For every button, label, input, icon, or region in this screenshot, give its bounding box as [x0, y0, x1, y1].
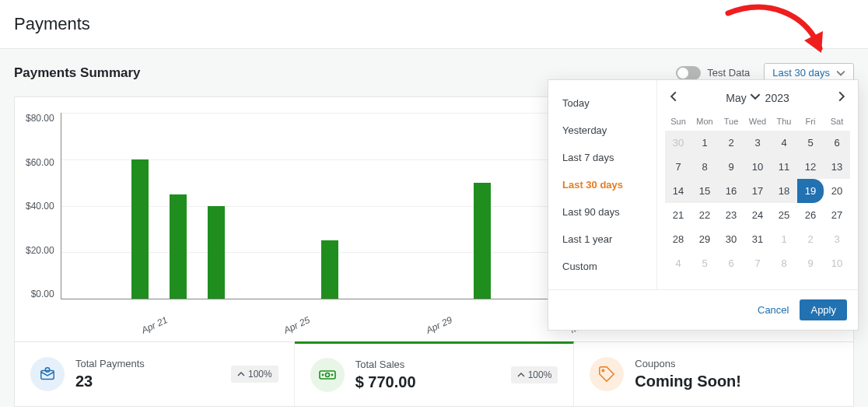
calendar-day[interactable]: 30 — [718, 227, 744, 251]
calendar-weekday: Thu — [771, 112, 797, 131]
calendar-day[interactable]: 20 — [824, 179, 850, 203]
preset-option[interactable]: Today — [548, 89, 656, 117]
calendar-day[interactable]: 4 — [665, 251, 691, 275]
bar-slot — [123, 113, 158, 299]
calendar-day[interactable]: 22 — [691, 203, 718, 227]
calendar-day[interactable]: 27 — [824, 203, 850, 227]
calendar-weekday: Mon — [691, 112, 718, 131]
stat-total-sales[interactable]: Total Sales $ 770.00 100% — [295, 341, 575, 406]
bar-slot — [464, 113, 499, 299]
calendar-day[interactable]: 2 — [797, 227, 824, 251]
bar-slot — [389, 113, 424, 299]
preset-option[interactable]: Last 7 days — [548, 144, 656, 171]
chevron-down-icon — [750, 91, 761, 102]
calendar-day[interactable]: 21 — [665, 203, 691, 227]
calendar-day[interactable]: 9 — [718, 155, 744, 179]
calendar-day[interactable]: 23 — [718, 203, 744, 227]
calendar-day[interactable]: 5 — [797, 131, 824, 155]
calendar-day[interactable]: 26 — [797, 203, 824, 227]
calendar-day[interactable]: 13 — [824, 155, 850, 179]
cancel-button[interactable]: Cancel — [758, 304, 789, 316]
calendar-day[interactable]: 3 — [744, 131, 771, 155]
stat-label: Total Sales — [355, 359, 416, 370]
calendar-day[interactable]: 30 — [665, 131, 691, 155]
y-tick: $40.00 — [26, 201, 54, 212]
svg-point-4 — [322, 374, 323, 375]
date-range-popover: TodayYesterdayLast 7 daysLast 30 daysLas… — [548, 79, 859, 331]
test-data-toggle[interactable] — [676, 66, 701, 80]
preset-option[interactable]: Last 30 days — [548, 171, 656, 198]
bar[interactable] — [208, 206, 225, 299]
bar[interactable] — [321, 240, 338, 299]
preset-option[interactable]: Last 90 days — [548, 198, 656, 226]
calendar-year[interactable]: 2023 — [765, 92, 789, 104]
bar[interactable] — [474, 183, 491, 299]
calendar-day[interactable]: 12 — [797, 155, 824, 179]
calendar-day[interactable]: 6 — [824, 131, 850, 155]
calendar-day[interactable]: 25 — [771, 203, 797, 227]
stat-total-payments[interactable]: Total Payments 23 100% — [15, 342, 295, 406]
bar-slot — [502, 113, 537, 299]
stat-delta: 100% — [231, 366, 278, 383]
chevron-up-icon — [237, 370, 245, 378]
calendar-day[interactable]: 14 — [665, 179, 691, 203]
calendar-day[interactable]: 24 — [744, 203, 771, 227]
calendar-day[interactable]: 18 — [771, 179, 797, 203]
calendar-day[interactable]: 19 — [797, 179, 824, 203]
calendar-day[interactable]: 15 — [691, 179, 718, 203]
tag-icon — [590, 357, 624, 391]
calendar-day[interactable]: 8 — [691, 155, 718, 179]
page-title: Payments — [0, 0, 868, 48]
calendar-day[interactable]: 29 — [691, 227, 718, 251]
bar-slot — [160, 113, 195, 299]
calendar-weekday: Tue — [718, 112, 744, 131]
calendar-day[interactable]: 4 — [771, 131, 797, 155]
stat-delta: 100% — [511, 366, 558, 383]
calendar-day[interactable]: 28 — [665, 227, 691, 251]
stat-cards: Total Payments 23 100% Total Sales $ 770… — [14, 342, 854, 407]
bar[interactable] — [131, 159, 149, 299]
svg-point-5 — [331, 374, 332, 375]
y-tick: $80.00 — [26, 113, 54, 124]
envelope-money-icon — [30, 357, 65, 391]
y-tick: $20.00 — [26, 245, 54, 256]
prev-month-button[interactable] — [665, 88, 682, 107]
calendar-day[interactable]: 5 — [691, 251, 718, 275]
calendar-day[interactable]: 6 — [718, 251, 744, 275]
bar-slot — [275, 113, 310, 299]
y-tick: $0.00 — [31, 289, 54, 299]
calendar-day[interactable]: 1 — [771, 227, 797, 251]
date-range-label: Last 30 days — [772, 67, 830, 79]
calendar-day[interactable]: 7 — [665, 155, 691, 179]
preset-option[interactable]: Custom — [548, 253, 656, 280]
calendar-month-select[interactable]: May — [726, 91, 760, 104]
apply-button[interactable]: Apply — [800, 299, 847, 320]
calendar-day[interactable]: 10 — [744, 155, 771, 179]
stat-coupons[interactable]: Coupons Coming Soon! — [574, 342, 853, 406]
preset-option[interactable]: Yesterday — [548, 117, 656, 144]
calendar-day[interactable]: 8 — [771, 251, 797, 275]
calendar-day[interactable]: 16 — [718, 179, 744, 203]
preset-option[interactable]: Last 1 year — [548, 226, 656, 253]
calendar-weekday: Sun — [665, 112, 691, 131]
summary-title: Payments Summary — [14, 65, 141, 81]
next-month-button[interactable] — [833, 88, 850, 107]
calendar-day[interactable]: 17 — [744, 179, 771, 203]
bar-slot — [351, 113, 386, 299]
calendar-day[interactable]: 7 — [744, 251, 771, 275]
bar-slot — [236, 113, 271, 299]
calendar-day[interactable]: 9 — [797, 251, 824, 275]
calendar-day[interactable]: 31 — [744, 227, 771, 251]
stat-label: Total Payments — [75, 358, 145, 369]
bar[interactable] — [170, 194, 187, 299]
calendar-day[interactable]: 3 — [824, 227, 850, 251]
test-data-label: Test Data — [707, 67, 750, 79]
svg-point-1 — [45, 368, 50, 373]
stat-value: $ 770.00 — [355, 373, 416, 391]
stat-value: Coming Soon! — [635, 373, 741, 390]
calendar-day[interactable]: 11 — [771, 155, 797, 179]
calendar-day[interactable]: 10 — [824, 251, 850, 275]
calendar-day[interactable]: 1 — [691, 131, 718, 155]
y-tick: $60.00 — [26, 157, 54, 168]
calendar-day[interactable]: 2 — [718, 131, 744, 155]
